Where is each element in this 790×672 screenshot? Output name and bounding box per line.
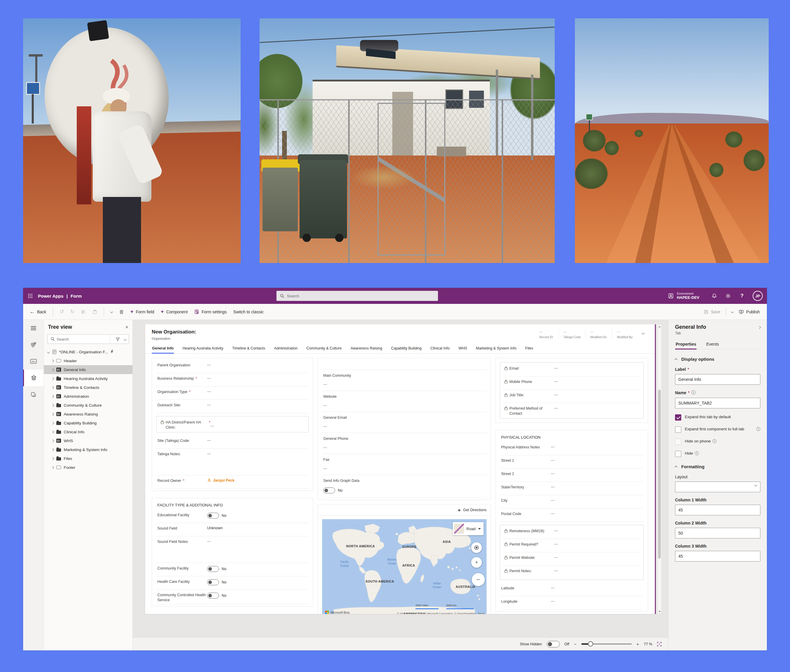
field-row[interactable]: Send Info Graph Data No bbox=[322, 475, 487, 498]
formatting-header[interactable]: Formatting bbox=[675, 464, 760, 469]
locked-field-group[interactable]: HA District/Parent HA Clinic:* --- bbox=[156, 416, 309, 432]
layout-select-input[interactable] bbox=[675, 482, 760, 492]
publish-button[interactable]: Publish bbox=[739, 309, 760, 314]
switch-to-classic-button[interactable]: Switch to classic bbox=[233, 309, 264, 314]
form-preview[interactable]: New Organisation: Organisation: ... Reco… bbox=[145, 324, 656, 614]
field-row[interactable]: Community Controlled Health Service No bbox=[156, 590, 309, 605]
chevron-right-icon[interactable] bbox=[51, 466, 54, 469]
field-row[interactable]: Street 2 --- bbox=[500, 469, 644, 482]
chevron-down-icon[interactable] bbox=[47, 350, 50, 353]
field-row[interactable]: Community Facility No bbox=[156, 563, 309, 576]
checkbox-row[interactable]: Expand this tab by default bbox=[675, 414, 760, 421]
cut-icon[interactable] bbox=[81, 309, 86, 314]
field-row[interactable]: Mobile Phone --- bbox=[503, 376, 640, 390]
map-terms-link[interactable]: Terms bbox=[478, 612, 485, 614]
display-options-header[interactable]: Display options bbox=[675, 357, 760, 362]
field-row[interactable]: Health Care Facility No bbox=[156, 576, 309, 590]
field-row[interactable]: Physical Address Notes --- bbox=[500, 442, 644, 455]
tree-item[interactable]: General Info bbox=[44, 365, 133, 374]
field-row[interactable]: Latitude --- bbox=[500, 583, 644, 596]
field-row[interactable]: Educational Facility No bbox=[156, 510, 309, 523]
field-row[interactable]: Record Owner* Jacqui Peck bbox=[156, 475, 309, 489]
tree-item[interactable]: Administration bbox=[44, 392, 133, 401]
field-row[interactable]: Organisation Type* --- bbox=[156, 387, 309, 400]
chevron-down-icon[interactable] bbox=[124, 338, 127, 341]
map-style-selector[interactable]: Road bbox=[453, 522, 484, 535]
rail-menu-icon[interactable] bbox=[23, 320, 43, 336]
checkbox[interactable] bbox=[675, 451, 681, 457]
close-icon[interactable]: × bbox=[125, 324, 128, 330]
field-row[interactable]: Remoteness (MM19): --- bbox=[503, 526, 640, 539]
field-row[interactable]: Parent Organisation --- bbox=[156, 360, 309, 373]
tab-events[interactable]: Events bbox=[705, 341, 719, 349]
form-tab[interactable]: Capability Building bbox=[391, 344, 422, 353]
tree-item[interactable]: Clinical Info bbox=[44, 427, 133, 436]
field-row[interactable]: State/Territory --- bbox=[500, 482, 644, 495]
field-row[interactable]: Site (Talinga) Code: --- bbox=[156, 435, 309, 449]
save-button[interactable]: Save bbox=[704, 309, 720, 314]
rail-tree-view-icon[interactable] bbox=[23, 370, 43, 386]
chevron-right-icon[interactable] bbox=[51, 413, 54, 416]
scroll-up-icon[interactable] bbox=[659, 326, 661, 327]
filter-funnel-icon[interactable] bbox=[115, 337, 120, 341]
form-tab[interactable]: Marketing & System Info bbox=[476, 344, 516, 353]
back-button[interactable]: ←Back bbox=[30, 309, 46, 315]
field-row[interactable]: Talinga Notes: --- bbox=[156, 449, 309, 475]
field-row[interactable]: HA District/Parent HA Clinic:* --- bbox=[159, 417, 306, 432]
zoom-in-icon[interactable]: + bbox=[636, 642, 639, 646]
section-primary-contact[interactable]: Email --- Mobile Phone bbox=[495, 358, 648, 423]
rail-copy-icon[interactable] bbox=[23, 386, 43, 403]
form-tab[interactable]: Clinical Info bbox=[430, 344, 450, 353]
tree-item[interactable]: WHS bbox=[44, 436, 133, 445]
bing-map[interactable]: NORTH AMERICA EUROPE ASIA AFRICA SOUTH A… bbox=[322, 519, 487, 614]
chevron-right-icon[interactable] bbox=[51, 395, 54, 398]
field-row[interactable]: Permit Website: --- bbox=[503, 552, 640, 566]
field-row[interactable]: Permit Required? --- bbox=[503, 539, 640, 552]
checkbox[interactable] bbox=[675, 414, 681, 421]
field-row[interactable]: Sound Field Notes --- bbox=[156, 536, 309, 563]
tree-item[interactable]: Header bbox=[44, 356, 133, 365]
field-row[interactable]: Fax --- bbox=[322, 454, 487, 475]
field-row[interactable]: General Email --- bbox=[322, 412, 487, 433]
form-scrollbar[interactable] bbox=[657, 324, 662, 614]
tree-item[interactable]: Hearing Australia Activity bbox=[44, 374, 133, 383]
section-contact-details[interactable]: Main Community --- Website bbox=[318, 358, 491, 500]
search-input[interactable] bbox=[287, 294, 417, 298]
label-input[interactable] bbox=[675, 374, 760, 385]
tree-item[interactable]: Timeline & Contacts bbox=[44, 383, 133, 392]
checkbox[interactable] bbox=[675, 438, 681, 445]
chevron-right-icon[interactable] bbox=[51, 439, 54, 442]
chevron-down-icon[interactable] bbox=[731, 310, 734, 314]
undo-icon[interactable]: ↺ bbox=[59, 309, 64, 315]
fit-to-screen-icon[interactable] bbox=[657, 642, 662, 646]
component-button[interactable]: +Component bbox=[160, 309, 187, 315]
notifications-bell-icon[interactable] bbox=[712, 293, 718, 299]
field-row[interactable]: City --- bbox=[500, 495, 644, 509]
global-search[interactable] bbox=[276, 291, 438, 301]
rail-components-icon[interactable] bbox=[23, 336, 43, 353]
checkbox-row[interactable]: Expand first component to full tabⓘ bbox=[675, 427, 760, 433]
toggle[interactable] bbox=[207, 593, 219, 598]
field-row[interactable]: Business Relationship* --- bbox=[156, 373, 309, 387]
field-row[interactable]: Street 1 --- bbox=[500, 455, 644, 469]
chevron-down-icon[interactable] bbox=[110, 310, 113, 314]
layout-select[interactable] bbox=[675, 479, 760, 492]
section-organisation-details[interactable]: Parent Organisation --- Business Relatio… bbox=[152, 358, 313, 491]
checkbox[interactable] bbox=[675, 427, 681, 433]
avatar[interactable]: JP bbox=[753, 291, 763, 301]
field-row[interactable]: Longitude --- bbox=[500, 596, 644, 610]
redo-icon[interactable]: ↻ bbox=[70, 309, 74, 315]
form-tab[interactable]: Hearing Australia Activity bbox=[182, 344, 224, 353]
checkbox-row[interactable]: Hideⓘ bbox=[675, 451, 760, 457]
checkbox-row[interactable]: Hide on phoneⓘ bbox=[675, 438, 760, 445]
form-tab[interactable]: Timeline & Contacts bbox=[232, 344, 266, 353]
form-field-button[interactable]: +Form field bbox=[130, 309, 154, 315]
collapse-panel-chevron-icon[interactable] bbox=[758, 326, 761, 329]
field-row[interactable]: Preferred Method of Contact --- bbox=[503, 403, 640, 418]
collapse-header-chevron-icon[interactable] bbox=[642, 332, 645, 335]
chevron-right-icon[interactable] bbox=[51, 359, 54, 362]
chevron-right-icon[interactable] bbox=[51, 404, 54, 406]
chevron-right-icon[interactable] bbox=[51, 386, 54, 389]
form-tab[interactable]: WHS bbox=[458, 344, 467, 353]
field-row[interactable]: Sound Field Unknown bbox=[156, 523, 309, 536]
